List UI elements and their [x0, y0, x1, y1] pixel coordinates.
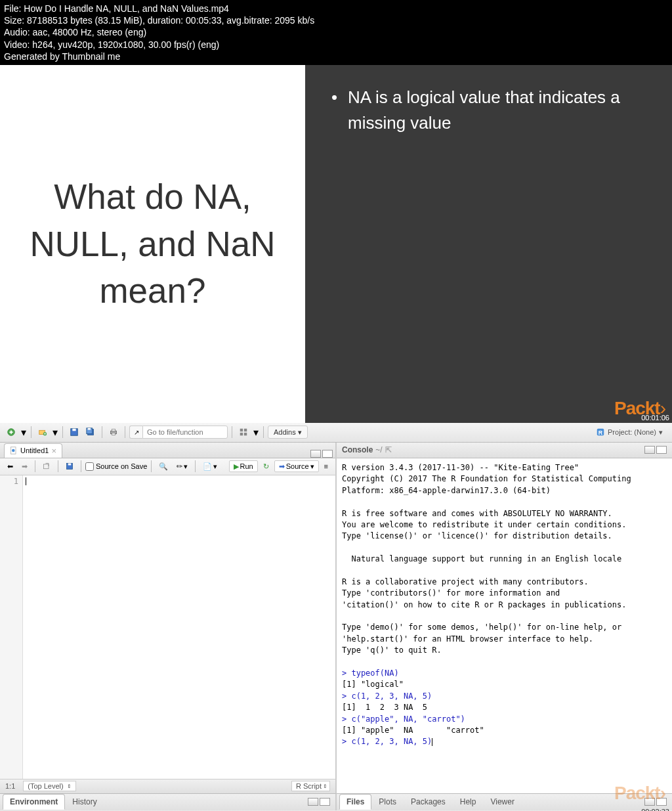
outline-icon: ≡	[324, 462, 328, 470]
minimize-pane-button[interactable]	[310, 450, 321, 458]
forward-button[interactable]: ➡	[18, 460, 31, 472]
scope-selector[interactable]: (Top Level) ⇕	[23, 781, 75, 791]
console-output[interactable]: R version 3.4.3 (2017-11-30) -- "Kite-Ea…	[337, 458, 672, 793]
svg-rect-10	[112, 433, 115, 435]
source-arrow-icon: ➡	[279, 462, 285, 471]
minimize-console-button[interactable]	[644, 446, 655, 454]
bottom-left-tabs: Environment History	[0, 793, 337, 810]
save-source-button[interactable]	[62, 460, 77, 472]
source-tab-untitled[interactable]: Untitled1 ×	[4, 443, 62, 458]
search-icon: 🔍	[159, 462, 168, 471]
svg-point-18	[12, 449, 15, 452]
new-file-icon	[7, 427, 16, 437]
popout-icon	[43, 462, 51, 471]
close-tab-button[interactable]: ×	[51, 446, 56, 456]
rerun-icon: ↻	[263, 462, 269, 471]
audio-line: Audio: aac, 48000 Hz, stereo (eng)	[4, 26, 668, 38]
plots-tab[interactable]: Plots	[371, 794, 404, 810]
svg-rect-9	[112, 429, 115, 431]
console-out-2: [1] 1 2 3 NA 5	[342, 703, 427, 712]
console-popout-icon[interactable]: ⇱	[385, 445, 392, 454]
find-button[interactable]: 🔍	[156, 460, 171, 472]
packages-tab[interactable]: Packages	[404, 794, 453, 810]
files-tab[interactable]: Files	[339, 794, 371, 810]
print-button[interactable]	[106, 426, 121, 439]
slide-title: What do NA, NULL, and NaN mean?	[20, 173, 285, 315]
goto-file-input[interactable]	[142, 426, 228, 439]
bottom-panels: Environment History Files Plots Packages…	[0, 793, 672, 810]
packt-logo-watermark: Packt›	[614, 783, 665, 804]
video-line: Video: h264, yuv420p, 1920x1080, 30.00 f…	[4, 39, 668, 51]
back-button[interactable]: ⬅	[4, 460, 16, 472]
viewer-tab[interactable]: Viewer	[483, 794, 521, 810]
line-gutter: 1	[0, 475, 23, 779]
source-toolbar: ⬅ ➡ Source on Save 🔍 ✏▾ 📄▾ ▶Run ↻ ➡Sourc…	[0, 458, 335, 475]
outline-button[interactable]: ≡	[321, 460, 331, 472]
svg-rect-13	[240, 433, 243, 435]
console-startup-text: R version 3.4.3 (2017-11-30) -- "Kite-Ea…	[342, 463, 631, 655]
addins-button[interactable]: Addins ▾	[268, 426, 308, 439]
code-text[interactable]	[23, 475, 29, 779]
project-icon: R	[596, 427, 605, 437]
new-file-button[interactable]	[4, 426, 18, 439]
source-on-save-checkbox[interactable]: Source on Save	[85, 462, 147, 471]
history-tab[interactable]: History	[65, 794, 104, 810]
slide-left-panel: What do NA, NULL, and NaN mean?	[0, 65, 305, 423]
console-window-controls	[644, 446, 669, 454]
timestamp-2: 00:02:33	[641, 808, 669, 811]
console-cmd-2: > c(1, 2, 3, NA, 5)	[342, 691, 432, 701]
tools-button[interactable]	[236, 426, 251, 439]
size-line: Size: 87188513 bytes (83.15 MiB), durati…	[4, 14, 668, 26]
environment-tab[interactable]: Environment	[3, 794, 65, 810]
console-out-1: [1] "logical"	[342, 680, 404, 689]
wand-icon: ✏	[177, 462, 182, 471]
compile-report-button[interactable]: 📄▾	[200, 460, 220, 472]
save-button[interactable]	[67, 426, 81, 439]
presentation-slide: What do NA, NULL, and NaN mean? NA is a …	[0, 65, 672, 423]
tab-label: Untitled1	[20, 447, 49, 454]
console-cmd-3: > c("apple", NA, "carrot")	[342, 714, 465, 724]
console-header: Console ~/ ⇱	[337, 443, 672, 458]
main-toolbar: ▾ ▾ ↗ ▾ Addins ▾ RProject: (None) ▾	[0, 423, 672, 443]
rstudio-window: ▾ ▾ ↗ ▾ Addins ▾ RProject: (None) ▾ Unti…	[0, 423, 672, 811]
svg-rect-19	[44, 464, 49, 469]
show-in-new-window-button[interactable]	[39, 460, 54, 472]
slide-bullet-1: NA is a logical value that indicates a m…	[325, 85, 652, 136]
bl-max-button[interactable]	[320, 798, 330, 806]
goto-go-button[interactable]: ↗	[129, 426, 142, 439]
svg-text:R: R	[598, 429, 603, 436]
notebook-icon: 📄	[203, 462, 212, 471]
rerun-button[interactable]: ↻	[260, 460, 272, 472]
maximize-console-button[interactable]	[656, 446, 667, 454]
source-tabs: Untitled1 ×	[0, 443, 335, 458]
tools-dropdown[interactable]: ▾	[253, 426, 259, 439]
run-button[interactable]: ▶Run	[229, 460, 258, 472]
save-icon	[66, 462, 74, 471]
wand-button[interactable]: ✏▾	[173, 460, 191, 472]
arrow-right-icon: ➡	[22, 462, 28, 471]
chevron-down-icon: ▾	[659, 428, 663, 437]
maximize-pane-button[interactable]	[322, 450, 333, 458]
source-button[interactable]: ➡Source ▾	[274, 460, 319, 472]
source-status-bar: 1:1 (Top Level) ⇕ R Script⇕	[0, 779, 335, 793]
console-path: ~/	[375, 445, 382, 454]
pane-window-controls	[310, 450, 335, 458]
source-pane: Untitled1 × ⬅ ➡ Source on Save 🔍	[0, 443, 335, 793]
open-dropdown[interactable]: ▾	[52, 426, 58, 439]
svg-rect-12	[244, 429, 247, 431]
language-selector[interactable]: R Script⇕	[291, 781, 330, 791]
arrow-left-icon: ⬅	[7, 462, 13, 471]
goto-search-wrap: ↗	[129, 426, 228, 439]
bl-min-button[interactable]	[308, 798, 318, 806]
rstudio-panes: Untitled1 × ⬅ ➡ Source on Save 🔍	[0, 443, 672, 793]
save-all-button[interactable]	[83, 426, 98, 439]
new-project-button[interactable]	[35, 426, 50, 439]
console-title: Console	[342, 445, 373, 454]
file-line: File: How Do I Handle NA, NULL, and NaN …	[4, 3, 668, 14]
help-tab[interactable]: Help	[453, 794, 484, 810]
project-selector[interactable]: RProject: (None) ▾	[591, 426, 668, 439]
code-editor[interactable]: 1	[0, 475, 335, 779]
cursor-position: 1:1	[5, 782, 15, 790]
new-file-dropdown[interactable]: ▾	[20, 426, 27, 439]
media-info-header: File: How Do I Handle NA, NULL, and NaN …	[0, 0, 672, 65]
